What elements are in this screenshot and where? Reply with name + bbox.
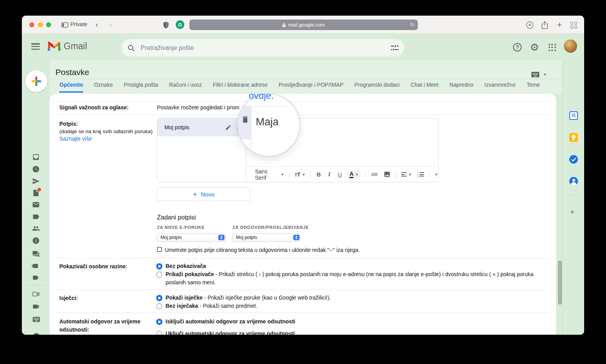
align-button[interactable]: ▼ bbox=[401, 171, 412, 178]
radio-selected[interactable] bbox=[156, 295, 162, 301]
chevron-down-icon: ▼ bbox=[281, 173, 284, 177]
grammarly-icon[interactable]: G bbox=[175, 20, 185, 30]
signature-list-item[interactable]: Moj potpis bbox=[157, 118, 246, 136]
info-icon[interactable] bbox=[32, 237, 40, 244]
meet-join-icon[interactable] bbox=[32, 303, 40, 310]
snoozed-icon[interactable] bbox=[32, 165, 40, 173]
underline-button[interactable]: U bbox=[337, 171, 342, 178]
ads-row-value: Postavke možete pogledati i prom bbox=[157, 103, 239, 112]
zoom-window-button[interactable] bbox=[46, 22, 51, 27]
chat-icon[interactable] bbox=[32, 250, 40, 258]
checkbox[interactable] bbox=[157, 247, 162, 252]
option-show-indicators: Prikaži pokazivače - Prikaži strelicu ( … bbox=[156, 270, 544, 287]
for-reply-label: ZA ODGOVOR/PROSLJEĐIVANJE bbox=[232, 225, 309, 230]
reload-icon[interactable]: ↻ bbox=[410, 21, 415, 28]
inbox-icon[interactable] bbox=[32, 153, 40, 161]
settings-content: ovdje. Signali važnosti za oglase: Posta… bbox=[50, 94, 556, 335]
close-window-button[interactable] bbox=[29, 22, 34, 27]
share-icon[interactable] bbox=[540, 20, 550, 30]
tag-icon[interactable] bbox=[32, 274, 40, 282]
tab-racuni-i-uvoz[interactable]: Računi i uvoz bbox=[169, 82, 202, 93]
tag-icon[interactable] bbox=[32, 262, 40, 270]
settings-gear-icon[interactable]: ⚙ bbox=[529, 42, 540, 53]
side-panel-rail: 31 + › bbox=[562, 61, 584, 335]
address-bar[interactable]: mail.google.com ↻ bbox=[189, 20, 418, 30]
tab-izvanmrezno[interactable]: Izvanmrežno bbox=[485, 82, 516, 93]
radio-unselected[interactable] bbox=[156, 303, 162, 309]
input-method-selector[interactable]: ▼ bbox=[531, 70, 547, 79]
search-input[interactable]: Pretraživanje pošte bbox=[122, 39, 404, 57]
label-icon[interactable] bbox=[32, 213, 40, 221]
compose-button[interactable] bbox=[25, 70, 47, 92]
tab-pristigla-posta[interactable]: Pristigla pošta bbox=[124, 82, 158, 93]
signature-select-reply[interactable]: Moj potpis bbox=[232, 234, 301, 241]
bold-button[interactable]: B bbox=[316, 171, 321, 178]
tab-teme[interactable]: Teme bbox=[527, 82, 540, 93]
hangouts-quote-icon[interactable] bbox=[32, 332, 40, 335]
help-icon[interactable]: ? bbox=[512, 42, 523, 53]
snippets-options: Pokaži isječke - Prikaži isječke poruke … bbox=[156, 294, 544, 310]
radio-unselected[interactable] bbox=[156, 331, 162, 335]
link-icon[interactable] bbox=[371, 171, 378, 178]
loupe-signature-text: Maja bbox=[256, 116, 279, 128]
download-icon[interactable] bbox=[525, 20, 535, 30]
search-options-icon[interactable] bbox=[391, 45, 399, 52]
signature-name: Moj potpis bbox=[164, 124, 225, 130]
sidebar-toggle-icon[interactable] bbox=[60, 20, 70, 30]
divider bbox=[55, 101, 548, 102]
font-family-selector[interactable]: Sans Serif▼ bbox=[255, 168, 284, 181]
tab-overview-icon[interactable] bbox=[569, 20, 579, 30]
settings-header-strip: Postavke ▼ Općenito Oznake Pristigla poš… bbox=[50, 61, 562, 94]
sent-icon[interactable] bbox=[32, 177, 40, 185]
learn-more-link[interactable]: Saznajte više bbox=[59, 136, 92, 142]
tab-oznake[interactable]: Oznake bbox=[94, 82, 113, 93]
numbered-list-button[interactable]: 123 bbox=[417, 171, 424, 178]
image-icon[interactable] bbox=[383, 171, 390, 178]
signature-select-new[interactable]: Moj potpis bbox=[157, 234, 226, 241]
apps-grid-icon[interactable] bbox=[547, 42, 558, 53]
gmail-logo[interactable]: Gmail bbox=[48, 41, 87, 52]
new-signature-button[interactable]: + Novo bbox=[157, 187, 250, 201]
forward-icon[interactable]: › bbox=[109, 20, 112, 29]
more-formatting-icon[interactable]: ▼ bbox=[435, 173, 438, 177]
minimize-window-button[interactable] bbox=[38, 22, 43, 27]
italic-button[interactable]: I bbox=[326, 171, 332, 178]
back-icon[interactable]: ‹ bbox=[96, 20, 98, 29]
radio-selected[interactable] bbox=[156, 319, 162, 325]
account-avatar[interactable] bbox=[564, 39, 577, 53]
tab-opcenito[interactable]: Općenito bbox=[59, 82, 83, 93]
keyboard-icon[interactable] bbox=[32, 315, 40, 323]
tab-chat-i-meet[interactable]: Chat i Meet bbox=[410, 82, 438, 93]
calendar-icon[interactable]: 31 bbox=[569, 111, 578, 120]
contacts-icon[interactable] bbox=[569, 177, 578, 186]
screenshot-canvas: Private ‹ › G mail.google.com ↻ + bbox=[0, 0, 606, 364]
add-addon-icon[interactable]: + bbox=[570, 207, 575, 217]
mail-icon[interactable] bbox=[32, 201, 40, 209]
overflow-link[interactable]: ovdje. bbox=[249, 94, 274, 101]
tasks-icon[interactable] bbox=[569, 155, 578, 164]
drafts-icon[interactable] bbox=[32, 189, 40, 197]
keep-icon[interactable] bbox=[569, 133, 578, 142]
tab-prosljedjivanje[interactable]: Prosljeđivanje i POP/IMAP bbox=[279, 82, 344, 93]
lock-icon bbox=[282, 23, 286, 27]
tab-programski-dodaci[interactable]: Programski dodaci bbox=[354, 82, 399, 93]
formatting-toolbar: Sans Serif▼ TT▼ B I U A▼ ▼ 123 ▼ bbox=[246, 166, 438, 182]
tab-napredno[interactable]: Napredno bbox=[449, 82, 474, 93]
new-tab-icon[interactable]: + bbox=[554, 20, 565, 30]
gmail-m-icon bbox=[48, 41, 61, 51]
scrollbar-thumb[interactable] bbox=[558, 261, 562, 305]
shield-icon[interactable] bbox=[161, 20, 171, 30]
radio-selected[interactable] bbox=[156, 263, 162, 269]
tab-filtri[interactable]: Filtri i blokirane adrese bbox=[213, 82, 268, 93]
menu-icon[interactable] bbox=[31, 43, 40, 50]
radio-unselected[interactable] bbox=[156, 271, 162, 278]
edit-icon[interactable] bbox=[225, 124, 232, 131]
meet-new-icon[interactable] bbox=[32, 290, 40, 298]
text-color-button[interactable]: A▼ bbox=[348, 170, 360, 179]
font-size-button[interactable]: TT▼ bbox=[295, 171, 306, 178]
search-icon bbox=[127, 44, 135, 52]
chevron-down-icon: ▼ bbox=[302, 173, 305, 177]
vacation-options: Isključi automatski odgovor za vrijeme o… bbox=[156, 318, 544, 335]
private-window-label: Private bbox=[70, 21, 87, 27]
contacts-group-icon[interactable] bbox=[32, 225, 40, 232]
